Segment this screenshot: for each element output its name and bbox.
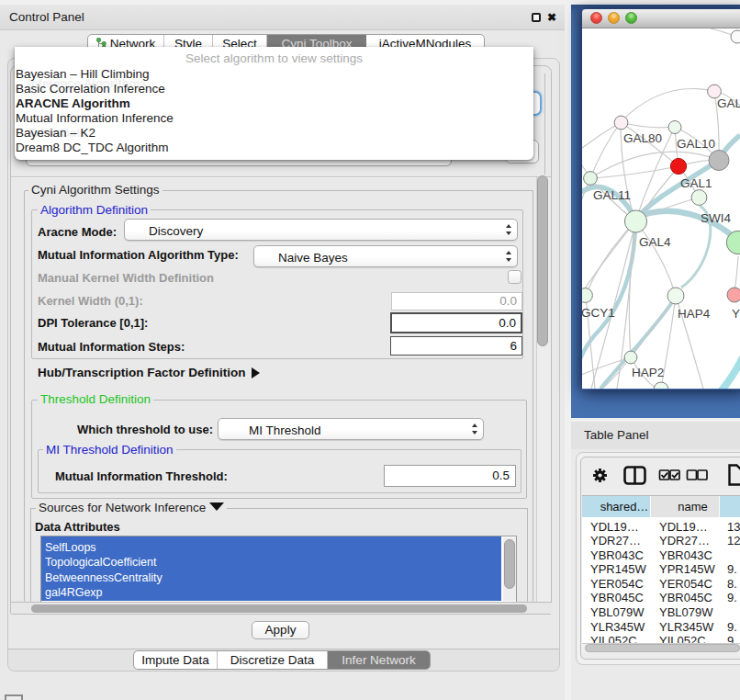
svg-text:SWI4: SWI4 (701, 211, 731, 225)
svg-text:YE: YE (732, 307, 740, 321)
svg-text:GAL1: GAL1 (680, 176, 712, 190)
svg-text:HAP4: HAP4 (678, 307, 711, 321)
svg-text:GAL10: GAL10 (677, 137, 715, 151)
svg-text:HAP2: HAP2 (632, 366, 664, 379)
svg-text:GAL4: GAL4 (639, 235, 671, 249)
svg-text:GAL7: GAL7 (717, 96, 740, 110)
svg-text:GAL11: GAL11 (593, 188, 631, 202)
svg-text:GAL80: GAL80 (623, 131, 662, 145)
svg-text:GCY1: GCY1 (582, 306, 615, 320)
